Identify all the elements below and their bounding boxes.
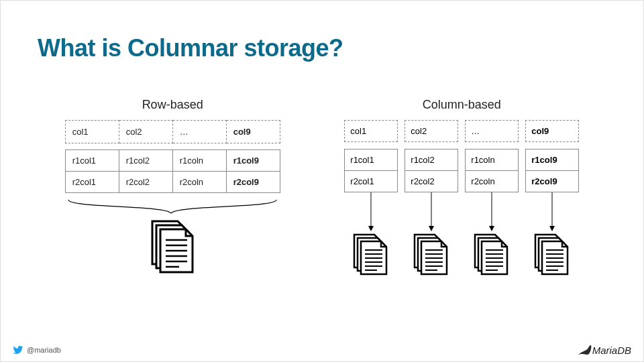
svg-marker-15 [429,226,434,231]
column-based-label: Column-based [423,98,501,112]
row-header-cell: col9 [226,121,280,143]
footer: @mariadb MariaDB [1,344,643,356]
files-icon [350,233,392,280]
column-unit: col9 r1col9 r2col9 [525,120,579,280]
row-data-cell: r2coln [172,172,226,193]
arrow-down-icon [427,192,435,233]
row-data-cell: r2col1 [65,172,119,193]
column-body: r1col2 r2col2 [405,149,458,192]
column-based-block: Column-based col1 r1col1 r2col1 [344,98,579,280]
row-based-label: Row-based [142,98,203,112]
column-header: col2 [405,120,458,142]
row-data-row: r2col1 r2col2 r2coln r2col9 [65,172,280,193]
svg-marker-23 [489,226,494,231]
twitter-handle-text: @mariadb [27,346,61,354]
column-body: r1col1 r2col1 [344,149,398,192]
row-data-row: r1col1 r1col2 r1coln r1col9 [65,150,280,172]
row-data-cell: r1coln [172,150,226,172]
arrow-down-icon [488,192,496,233]
row-based-block: Row-based col1 col2 … col9 r1col1 r1col2 [65,98,280,280]
column-set: col1 r1col1 r2col1 [344,120,579,280]
column-body: r1coln r2coln [465,149,519,192]
column-cell: r1col2 [405,149,458,171]
row-header-cell: … [172,121,226,143]
column-unit: col2 r1col2 r2col2 [405,120,458,280]
diagram-area: Row-based col1 col2 … col9 r1col1 r1col2 [1,98,643,280]
row-data-cell: r1col9 [226,150,280,172]
mariadb-logo-text: MariaDB [592,345,631,356]
column-cell: r1coln [466,149,518,171]
column-cell: r2coln [466,171,518,192]
column-cell: r1col1 [345,149,397,171]
row-data-cell: r2col9 [226,172,280,193]
column-cell: r2col1 [345,171,397,192]
column-body: r1col9 r2col9 [525,149,579,192]
twitter-handle: @mariadb [13,345,61,355]
mariadb-logo: MariaDB [574,344,631,356]
column-header: col1 [344,120,398,142]
row-header-cell: col2 [119,121,172,143]
column-cell: r1col9 [526,149,578,171]
arrow-down-icon [548,192,556,233]
row-header-cell: col1 [65,121,119,143]
brace-icon [65,198,280,219]
row-data-cell: r1col2 [119,150,172,172]
column-header: … [465,120,519,142]
files-icon [411,233,452,280]
files-icon [531,233,573,280]
column-unit: … r1coln r2coln [465,120,519,280]
slide-title: What is Columnar storage? [38,34,343,62]
row-data-cell: r2col2 [119,172,172,193]
column-header: col9 [525,120,579,142]
svg-marker-31 [549,226,555,231]
twitter-icon [13,345,23,355]
mariadb-seal-icon [574,344,592,356]
files-icon [471,233,513,280]
row-based-table: col1 col2 … col9 r1col1 r1col2 r1coln r1… [65,120,280,193]
slide: What is Columnar storage? Row-based col1… [0,0,644,362]
column-unit: col1 r1col1 r2col1 [344,120,398,280]
row-based-header-row: col1 col2 … col9 [65,121,280,143]
column-cell: r2col9 [526,171,578,192]
files-icon [146,219,199,279]
svg-marker-7 [368,226,374,231]
row-data-cell: r1col1 [65,150,119,172]
column-cell: r2col2 [405,171,458,192]
arrow-down-icon [367,192,375,233]
